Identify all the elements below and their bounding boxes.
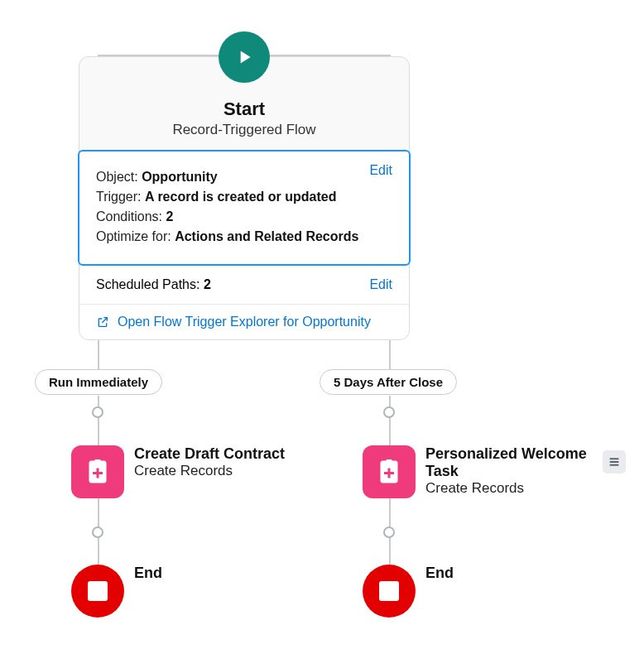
add-element-right-1[interactable] — [383, 406, 395, 418]
detail-optimize-value: Actions and Related Records — [175, 229, 358, 243]
create-records-icon — [71, 445, 124, 498]
path-pill-immediate[interactable]: Run Immediately — [35, 369, 162, 395]
end-icon — [363, 565, 416, 618]
detail-object-value: Opportunity — [142, 170, 218, 184]
connector-right-1 — [389, 396, 391, 445]
detail-conditions: Conditions: 2 — [96, 209, 392, 224]
start-title: Start — [96, 99, 392, 120]
detail-object: Object: Opportunity — [96, 170, 392, 185]
start-details-panel[interactable]: Edit Object: Opportunity Trigger: A reco… — [78, 150, 411, 266]
element-text: Create Draft Contract Create Records — [134, 445, 285, 479]
end-icon — [71, 565, 124, 618]
end-node-right[interactable]: End — [363, 565, 454, 618]
add-element-left-2[interactable] — [92, 526, 103, 538]
scheduled-paths-row[interactable]: Edit Scheduled Paths: 2 — [79, 266, 409, 304]
minimap-toggle-button[interactable] — [603, 450, 626, 474]
end-label: End — [425, 565, 454, 582]
element-subtitle: Create Records — [425, 480, 611, 497]
detail-optimize-label: Optimize for: — [96, 229, 171, 243]
trigger-explorer-row[interactable]: Open Flow Trigger Explorer for Opportuni… — [79, 304, 409, 339]
scheduled-paths-label: Scheduled Paths: — [96, 277, 199, 291]
start-subtitle: Record-Triggered Flow — [96, 122, 392, 138]
add-element-right-2[interactable] — [383, 526, 395, 538]
element-title: Create Draft Contract — [134, 445, 285, 463]
connector-left-1 — [98, 396, 99, 445]
create-records-icon — [363, 445, 416, 498]
detail-conditions-label: Conditions: — [96, 209, 162, 224]
start-node-card: Start Record-Triggered Flow Edit Object:… — [79, 56, 410, 340]
edit-start-details-link[interactable]: Edit — [369, 163, 392, 178]
detail-trigger-label: Trigger: — [96, 190, 142, 204]
element-text: Personalized Welcome Task Create Records — [425, 445, 611, 497]
detail-conditions-value: 2 — [166, 209, 174, 224]
edit-scheduled-paths-link[interactable]: Edit — [369, 277, 392, 292]
detail-optimize: Optimize for: Actions and Related Record… — [96, 229, 392, 244]
element-title: Personalized Welcome Task — [425, 445, 611, 480]
end-node-left[interactable]: End — [71, 565, 162, 618]
element-create-draft-contract[interactable]: Create Draft Contract Create Records — [71, 445, 285, 498]
start-play-icon[interactable] — [219, 31, 270, 83]
element-personalized-welcome-task[interactable]: Personalized Welcome Task Create Records — [363, 445, 611, 498]
scheduled-paths-value: 2 — [204, 277, 211, 291]
trigger-explorer-link[interactable]: Open Flow Trigger Explorer for Opportuni… — [118, 315, 371, 329]
detail-trigger: Trigger: A record is created or updated — [96, 190, 392, 204]
detail-trigger-value: A record is created or updated — [145, 190, 336, 204]
open-external-icon — [96, 315, 109, 329]
flow-canvas: Start Record-Triggered Flow Edit Object:… — [0, 0, 644, 649]
element-subtitle: Create Records — [134, 463, 285, 479]
end-label: End — [134, 565, 162, 582]
detail-object-label: Object: — [96, 170, 138, 184]
end-text: End — [425, 565, 454, 582]
add-element-left-1[interactable] — [92, 406, 103, 418]
end-text: End — [134, 565, 162, 582]
path-pill-after-close[interactable]: 5 Days After Close — [320, 369, 457, 395]
